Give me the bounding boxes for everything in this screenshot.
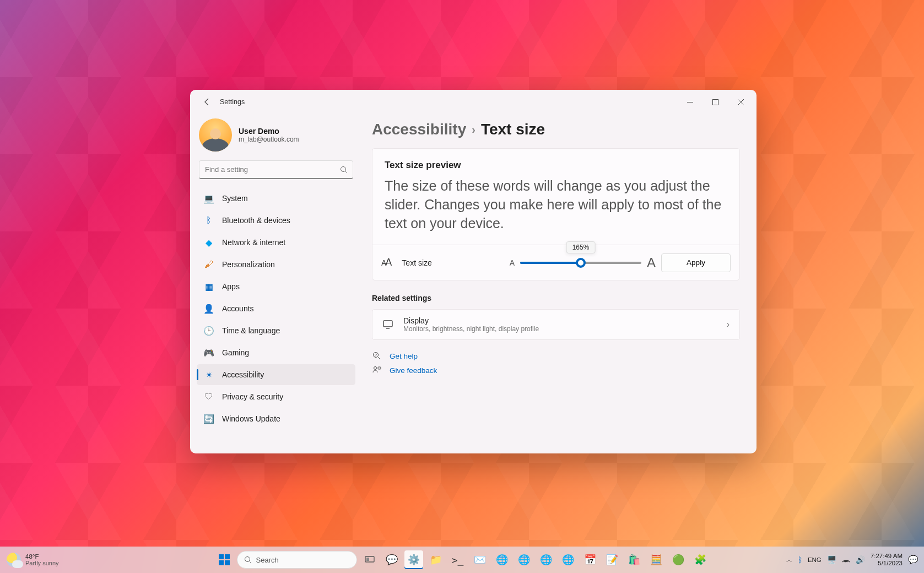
related-settings-title: Related settings [372,294,740,302]
weather-temp: 48°F [25,553,59,560]
sidebar-item-gaming[interactable]: 🎮Gaming [197,342,355,363]
clock-date: 5/1/2023 [871,560,903,567]
maximize-button[interactable] [703,93,728,111]
sidebar-item-accessibility[interactable]: ✴Accessibility [197,364,355,385]
sidebar-item-privacy-security[interactable]: 🛡Privacy & security [197,386,355,407]
network-tray-icon[interactable] [842,556,850,564]
nav-label: Gaming [222,348,249,357]
preview-text: The size of these words will change as y… [385,176,727,233]
settings-taskicon[interactable]: ⚙️ [404,550,423,569]
titlebar: Settings [190,90,757,114]
sidebar-item-accounts[interactable]: 👤Accounts [197,298,355,319]
slider-min-icon: A [510,258,515,267]
sidebar-item-windows-update[interactable]: 🔄Windows Update [197,408,355,429]
chevron-right-icon: › [727,320,730,329]
display-subtitle: Monitors, brightness, night light, displ… [403,325,539,333]
minimize-button[interactable] [677,93,703,111]
notepad-icon[interactable]: 📝 [603,550,622,569]
svg-rect-6 [378,367,381,369]
profile-email: m_lab@outlook.com [239,136,299,143]
nav-label: Bluetooth & devices [222,216,290,225]
give-feedback-link[interactable]: Give feedback [372,365,740,375]
powertoys-icon[interactable]: 🧩 [691,550,710,569]
store-icon[interactable]: 🛍️ [625,550,644,569]
clock-time: 7:27:49 AM [871,553,903,560]
nav-icon: ▦ [203,281,214,292]
slider-max-icon: A [647,255,656,271]
calculator-icon[interactable]: 🧮 [647,550,666,569]
taskbar: 48°F Partly sunny Search 💬 ⚙️ 📁 >_ ✉️ 🌐 … [0,547,924,573]
nav-label: Privacy & security [222,392,283,401]
sidebar-item-apps[interactable]: ▦Apps [197,276,355,297]
tray-overflow-icon[interactable]: ︿ [786,556,792,564]
svg-point-5 [374,367,377,370]
display-title: Display [403,316,539,325]
edge-beta-icon[interactable]: 🌐 [515,550,533,569]
svg-rect-2 [383,321,392,327]
svg-rect-9 [219,560,224,565]
nav-icon: 🎮 [203,347,214,358]
sidebar-item-time-language[interactable]: 🕒Time & language [197,320,355,341]
breadcrumb-parent[interactable]: Accessibility [372,121,466,138]
sidebar-item-bluetooth-devices[interactable]: ᛒBluetooth & devices [197,210,355,231]
nav-label: Windows Update [222,414,280,423]
terminal-icon[interactable]: >_ [449,550,467,569]
edge-dev-icon[interactable]: 🌐 [537,550,555,569]
svg-rect-10 [225,560,230,565]
nav-list: 💻SystemᛒBluetooth & devices◆Network & in… [197,188,355,429]
profile-name: User Demo [239,127,299,136]
sidebar-item-personalization[interactable]: 🖌Personalization [197,254,355,275]
get-help-link[interactable]: ? Get help [372,351,740,361]
language-indicator[interactable]: ENG [808,556,822,563]
monitor-icon [382,319,393,330]
apply-button[interactable]: Apply [661,253,731,272]
svg-rect-13 [366,558,369,561]
start-button[interactable] [215,550,234,569]
bluetooth-tray-icon[interactable]: ᛒ [798,555,802,564]
back-button[interactable] [199,94,215,110]
breadcrumb: Accessibility › Text size [372,121,740,138]
sidebar-item-system[interactable]: 💻System [197,188,355,209]
svg-rect-0 [712,99,718,105]
nav-label: System [222,194,248,203]
taskview-icon[interactable] [360,550,379,569]
preview-title: Text size preview [385,160,727,171]
edge-icon[interactable]: 🌐 [493,550,511,569]
nav-label: Time & language [222,326,280,335]
search-icon [244,556,252,564]
nav-icon: 🖌 [203,259,214,270]
close-button[interactable] [728,93,753,111]
sidebar-item-network-internet[interactable]: ◆Network & internet [197,232,355,253]
calendar-icon[interactable]: 📅 [581,550,599,569]
sidebar: User Demo m_lab@outlook.com 💻SystemᛒBlue… [190,114,362,453]
display-tray-icon[interactable]: 🖥️ [827,555,836,564]
close-icon [738,99,744,105]
edge-canary-icon[interactable]: 🌐 [559,550,577,569]
svg-rect-8 [225,554,230,559]
weather-desc: Partly sunny [25,560,59,566]
clock[interactable]: 7:27:49 AM 5/1/2023 [871,553,903,567]
notifications-icon[interactable]: 💬 [908,555,918,565]
nav-label: Accessibility [222,370,264,379]
outlook-icon[interactable]: ✉️ [471,550,489,569]
nav-icon: ◆ [203,237,214,248]
explorer-icon[interactable]: 📁 [426,550,445,569]
nav-label: Accounts [222,304,254,313]
taskbar-center: Search 💬 ⚙️ 📁 >_ ✉️ 🌐 🌐 🌐 🌐 📅 📝 🛍️ 🧮 🟢 🧩 [215,550,710,569]
content-area: Accessibility › Text size Text size prev… [362,114,757,453]
system-tray: ︿ ᛒ ENG 🖥️ 🔊 7:27:49 AM 5/1/2023 💬 [786,553,918,567]
display-link[interactable]: Display Monitors, brightness, night ligh… [372,309,740,340]
nav-icon: 🔄 [203,413,214,424]
text-size-slider[interactable]: 165% [520,258,641,268]
profile-block[interactable]: User Demo m_lab@outlook.com [197,116,355,160]
taskbar-search[interactable]: Search [237,551,357,569]
nav-label: Personalization [222,260,275,269]
chat-icon[interactable]: 💬 [382,550,401,569]
volume-tray-icon[interactable]: 🔊 [856,555,865,564]
weather-icon [7,553,21,567]
slider-tooltip: 165% [566,241,596,253]
search-input[interactable] [199,160,353,179]
nav-icon: ᛒ [203,215,214,226]
chrome-icon[interactable]: 🟢 [669,550,688,569]
weather-widget[interactable]: 48°F Partly sunny [7,553,59,567]
